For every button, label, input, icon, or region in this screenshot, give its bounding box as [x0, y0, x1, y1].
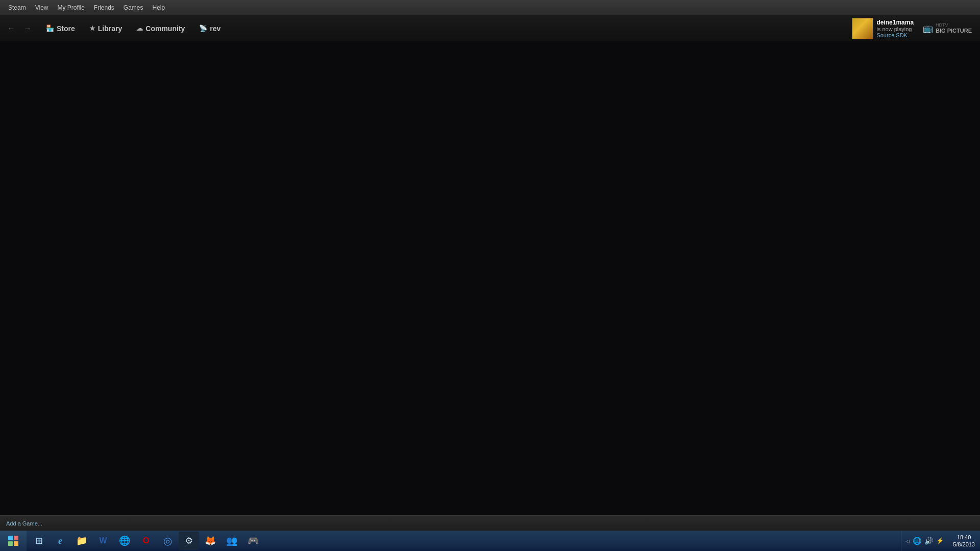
taskbar-icon-firefox[interactable]: 🦊 — [200, 532, 220, 550]
nav-bar: ← → 🏪 Store ★ Library ☁ Community 📡 rev … — [0, 15, 980, 42]
taskbar-icons: ⊞ e 📁 W 🌐 O ◎ ⚙ 🦊 👥 🎮 — [27, 532, 901, 550]
community-icon: ☁ — [136, 24, 143, 32]
taskbar-icon-opera[interactable]: O — [136, 532, 156, 550]
tray-volume-icon[interactable]: 🔊 — [924, 537, 933, 545]
store-icon: 🏪 — [46, 24, 54, 32]
taskbar-icon-browser-alt[interactable]: 🌐 — [114, 532, 135, 550]
username: deine1mama — [876, 19, 914, 26]
taskbar-icon-taskview[interactable]: ⊞ — [29, 532, 49, 550]
rev-nav-button[interactable]: 📡 rev — [192, 21, 228, 36]
library-label: Library — [98, 24, 122, 33]
big-picture-label: BIG PICTURE — [936, 28, 972, 34]
hdtv-label: HDTV — [936, 22, 948, 28]
menu-games[interactable]: Games — [119, 2, 148, 13]
taskbar-icon-friends[interactable]: 👥 — [222, 532, 242, 550]
win-logo-tl — [8, 536, 13, 540]
menu-friends[interactable]: Friends — [90, 2, 118, 13]
user-avatar[interactable] — [852, 18, 873, 39]
tv-icon: 📺 — [923, 23, 933, 33]
windows-logo — [8, 536, 18, 546]
community-label: Community — [145, 24, 185, 33]
nav-arrows: ← → — [4, 22, 35, 35]
rev-label: rev — [210, 24, 220, 33]
clock-date: 5/8/2013 — [953, 541, 975, 548]
win-logo-tr — [14, 536, 18, 540]
store-nav-button[interactable]: 🏪 Store — [39, 21, 82, 36]
user-info: deine1mama is now playing Source SDK — [876, 19, 914, 38]
taskbar-icon-chrome[interactable]: ◎ — [157, 532, 178, 550]
menu-steam[interactable]: Steam — [4, 2, 30, 13]
system-tray: ◁ 🌐 🔊 ⚡ — [901, 531, 948, 551]
library-nav-button[interactable]: ★ Library — [82, 21, 129, 36]
community-nav-button[interactable]: ☁ Community — [129, 21, 192, 36]
taskbar-icon-ie[interactable]: e — [50, 532, 70, 550]
taskbar-icon-word[interactable]: W — [93, 532, 113, 550]
windows-taskbar: ⊞ e 📁 W 🌐 O ◎ ⚙ 🦊 👥 🎮 — [0, 531, 980, 551]
user-avatar-image — [852, 18, 873, 39]
win-logo-bl — [8, 541, 13, 546]
nav-right: deine1mama is now playing Source SDK 📺 H… — [852, 15, 976, 42]
win-logo-br — [14, 541, 18, 546]
taskbar-icon-explorer[interactable]: 📁 — [71, 532, 92, 550]
tray-network-icon[interactable]: 🌐 — [913, 537, 921, 545]
taskbar-icon-misc[interactable]: 🎮 — [243, 532, 263, 550]
add-game-button[interactable]: Add a Game... — [2, 518, 46, 529]
tray-expand-button[interactable]: ◁ — [905, 538, 910, 544]
tray-power-icon[interactable]: ⚡ — [936, 537, 944, 544]
menu-bar: Steam View My Profile Friends Games Help — [0, 0, 980, 15]
big-picture-button[interactable]: 📺 HDTV BIG PICTURE — [919, 20, 976, 37]
main-content — [0, 42, 980, 515]
windows-clock[interactable]: 18:40 5/8/2013 — [948, 531, 980, 551]
clock-time: 18:40 — [957, 534, 971, 541]
taskbar-icon-steam[interactable]: ⚙ — [179, 532, 199, 550]
library-icon: ★ — [89, 24, 95, 32]
rev-icon: 📡 — [199, 24, 207, 32]
menu-help[interactable]: Help — [149, 2, 169, 13]
store-label: Store — [57, 24, 75, 33]
windows-start-button[interactable] — [0, 531, 27, 551]
menu-view[interactable]: View — [31, 2, 53, 13]
user-game: Source SDK — [876, 32, 908, 38]
steam-bottom-bar: Add a Game... — [0, 515, 980, 531]
forward-button[interactable]: → — [20, 22, 35, 35]
user-status: is now playing — [876, 26, 912, 32]
back-button[interactable]: ← — [4, 22, 18, 35]
menu-myprofile[interactable]: My Profile — [53, 2, 88, 13]
